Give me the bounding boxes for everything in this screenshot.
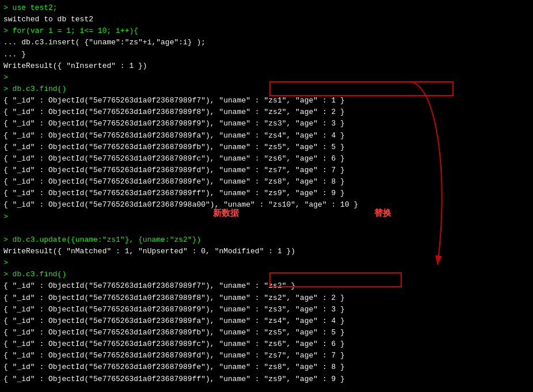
annotation-new-data: 新数据 bbox=[213, 206, 239, 219]
line-4: ... db.c3.insert( {"uname":"zs"+i,"age":… bbox=[3, 37, 530, 48]
line-6: WriteResult({ "nInserted" : 1 }) bbox=[3, 60, 530, 72]
line-32: { "_id" : ObjectId("5e7765263d1a0f236879… bbox=[3, 361, 530, 373]
line-12: { "_id" : ObjectId("5e7765263d1a0f236879… bbox=[3, 130, 530, 142]
line-17: { "_id" : ObjectId("5e7765263d1a0f236879… bbox=[3, 188, 530, 199]
line-19: > bbox=[3, 211, 530, 223]
line-28: { "_id" : ObjectId("5e7765263d1a0f236879… bbox=[3, 315, 530, 327]
annotation-replace: 替换 bbox=[374, 206, 391, 219]
line-5: ... } bbox=[3, 49, 530, 60]
line-13: { "_id" : ObjectId("5e7765263d1a0f236879… bbox=[3, 142, 530, 153]
line-16: { "_id" : ObjectId("5e7765263d1a0f236879… bbox=[3, 176, 530, 188]
line-23: > bbox=[3, 257, 530, 269]
line-22: WriteResult({ "nMatched" : 1, "nUpserted… bbox=[3, 246, 530, 257]
line-3: > for(var i = 1; i<= 10; i++){ bbox=[3, 25, 530, 37]
line-21: > db.c3.update({uname:"zs1"}, {uname:"zs… bbox=[3, 234, 530, 246]
line-11: { "_id" : ObjectId("5e7765263d1a0f236879… bbox=[3, 118, 530, 130]
line-27: { "_id" : ObjectId("5e7765263d1a0f236879… bbox=[3, 304, 530, 315]
line-33: { "_id" : ObjectId("5e7765263d1a0f236879… bbox=[3, 374, 530, 385]
line-24: > db.c3.find() bbox=[3, 269, 530, 280]
line-9: { "_id" : ObjectId("5e7765263d1a0f236879… bbox=[3, 95, 530, 106]
line-18: { "_id" : ObjectId("5e7765263d1a0f236879… bbox=[3, 199, 530, 211]
line-14: { "_id" : ObjectId("5e7765263d1a0f236879… bbox=[3, 153, 530, 165]
line-7: > bbox=[3, 72, 530, 83]
line-25: { "_id" : ObjectId("5e7765263d1a0f236879… bbox=[3, 280, 530, 292]
line-2: switched to db test2 bbox=[3, 14, 530, 25]
line-1: > use test2; bbox=[3, 2, 530, 14]
terminal: > use test2; switched to db test2 > for(… bbox=[0, 0, 533, 387]
line-8: > db.c3.find() bbox=[3, 83, 530, 95]
line-20 bbox=[3, 223, 530, 234]
line-31: { "_id" : ObjectId("5e7765263d1a0f236879… bbox=[3, 350, 530, 361]
line-15: { "_id" : ObjectId("5e7765263d1a0f236879… bbox=[3, 165, 530, 176]
line-10: { "_id" : ObjectId("5e7765263d1a0f236879… bbox=[3, 106, 530, 118]
line-30: { "_id" : ObjectId("5e7765263d1a0f236879… bbox=[3, 338, 530, 350]
line-29: { "_id" : ObjectId("5e7765263d1a0f236879… bbox=[3, 327, 530, 338]
line-26: { "_id" : ObjectId("5e7765263d1a0f236879… bbox=[3, 292, 530, 304]
